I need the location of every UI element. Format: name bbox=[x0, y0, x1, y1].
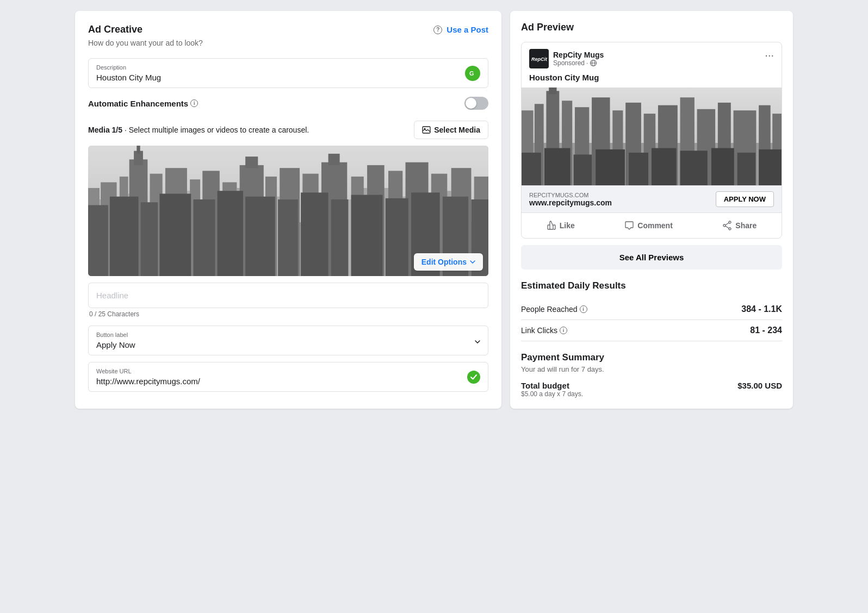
ad-link-domain: REPCITYMUGS.COM bbox=[529, 192, 612, 198]
website-url-group[interactable]: Website URL http://www.repcitymugs.com/ bbox=[88, 362, 488, 392]
panel-title: Ad Creative bbox=[88, 24, 142, 35]
button-label-value: Apply Now bbox=[96, 340, 480, 349]
enhancements-info-icon[interactable]: i bbox=[190, 99, 198, 107]
link-clicks-row: Link Clicks i 81 - 234 bbox=[521, 320, 782, 341]
headline-input[interactable]: Headline bbox=[88, 283, 488, 308]
link-clicks-info-icon[interactable]: i bbox=[560, 327, 567, 334]
svg-rect-101 bbox=[759, 149, 782, 185]
people-reached-label: People Reached i bbox=[521, 305, 587, 314]
media-row: Media 1/5 · Select multiple images or vi… bbox=[88, 121, 488, 139]
ad-preview-card: RepCity RepCity Mugs Sponsored · bbox=[521, 42, 782, 239]
ad-link-bar: REPCITYMUGS.COM www.repcitymugs.com APPL… bbox=[522, 185, 782, 212]
share-button[interactable]: Share bbox=[714, 217, 765, 234]
people-reached-value: 384 - 1.1K bbox=[741, 304, 782, 314]
estimated-results-title: Estimated Daily Results bbox=[521, 280, 782, 291]
panel-subtitle: How do you want your ad to look? bbox=[88, 39, 488, 47]
svg-rect-99 bbox=[711, 148, 734, 185]
image-icon bbox=[422, 126, 431, 134]
payment-summary-section: Payment Summary Your ad will run for 7 d… bbox=[521, 352, 782, 398]
enhancements-row: Automatic Enhancements i bbox=[88, 97, 488, 110]
svg-rect-96 bbox=[629, 153, 648, 185]
description-label: Description bbox=[96, 64, 480, 71]
budget-detail: $5.00 a day x 7 days. bbox=[521, 390, 583, 398]
svg-point-104 bbox=[723, 224, 726, 227]
use-post-link[interactable]: Use a Post bbox=[447, 25, 488, 34]
description-value: Houston City Mug bbox=[96, 73, 480, 82]
total-budget-label: Total budget bbox=[521, 381, 583, 390]
comment-button[interactable]: Comment bbox=[616, 217, 681, 234]
svg-rect-98 bbox=[680, 151, 708, 185]
ad-actions: Like Comment Share bbox=[522, 212, 782, 238]
enhancements-label: Automatic Enhancements i bbox=[88, 99, 198, 108]
svg-line-106 bbox=[726, 226, 729, 228]
ad-post-text: Houston City Mug bbox=[522, 73, 782, 87]
globe-icon bbox=[590, 59, 597, 67]
ad-preview-title: Ad Preview bbox=[521, 22, 782, 33]
select-media-button[interactable]: Select Media bbox=[414, 121, 488, 139]
chevron-down-icon bbox=[470, 260, 475, 264]
thumbs-up-icon bbox=[547, 221, 556, 230]
svg-rect-95 bbox=[596, 149, 625, 185]
svg-point-103 bbox=[729, 228, 731, 230]
total-budget-value: $35.00 USD bbox=[737, 381, 782, 390]
svg-rect-100 bbox=[737, 153, 755, 185]
people-reached-row: People Reached i 384 - 1.1K bbox=[521, 299, 782, 320]
panel-header: Ad Creative ? Use a Post bbox=[88, 24, 488, 35]
brand-info: RepCity Mugs Sponsored · bbox=[553, 51, 604, 67]
payment-title: Payment Summary bbox=[521, 352, 782, 363]
brand-logo: RepCity bbox=[529, 49, 549, 68]
ad-link-url: www.repcitymugs.com bbox=[529, 198, 612, 207]
ad-preview-header: RepCity RepCity Mugs Sponsored · bbox=[522, 42, 782, 73]
svg-rect-92 bbox=[522, 153, 541, 185]
people-reached-info-icon[interactable]: i bbox=[580, 305, 587, 313]
svg-rect-94 bbox=[574, 154, 592, 185]
svg-text:G: G bbox=[469, 70, 474, 77]
more-options-icon[interactable]: ··· bbox=[765, 49, 774, 61]
apply-now-button[interactable]: APPLY NOW bbox=[716, 191, 774, 207]
help-icon[interactable]: ? bbox=[433, 26, 442, 34]
toggle-thumb bbox=[466, 98, 476, 109]
enhancements-toggle[interactable] bbox=[464, 97, 488, 110]
url-value: http://www.repcitymugs.com/ bbox=[96, 377, 480, 386]
headline-placeholder: Headline bbox=[96, 291, 128, 300]
ad-link-info: REPCITYMUGS.COM www.repcitymugs.com bbox=[529, 192, 612, 207]
media-label: Media 1/5 · Select multiple images or vi… bbox=[88, 126, 309, 134]
payment-subtitle: Your ad will run for 7 days. bbox=[521, 365, 782, 373]
ad-preview-panel: Ad Preview RepCity RepCity Mugs Sponsore… bbox=[510, 11, 793, 409]
share-icon bbox=[722, 221, 732, 230]
url-check-icon bbox=[467, 371, 480, 384]
svg-rect-97 bbox=[652, 148, 676, 185]
like-button[interactable]: Like bbox=[538, 217, 584, 234]
description-input-group[interactable]: Description Houston City Mug G bbox=[88, 58, 488, 88]
see-all-previews-button[interactable]: See All Previews bbox=[521, 245, 782, 270]
estimated-results-section: Estimated Daily Results People Reached i… bbox=[521, 280, 782, 341]
ad-creative-panel: Ad Creative ? Use a Post How do you want… bbox=[75, 11, 501, 409]
ad-brand: RepCity RepCity Mugs Sponsored · bbox=[529, 49, 604, 68]
brand-name: RepCity Mugs bbox=[553, 51, 604, 59]
svg-line-105 bbox=[726, 223, 729, 225]
media-image-container: Edit Options bbox=[88, 146, 488, 276]
svg-rect-76 bbox=[549, 87, 556, 94]
url-label: Website URL bbox=[96, 368, 480, 374]
total-budget-label-group: Total budget $5.00 a day x 7 days. bbox=[521, 381, 583, 398]
svg-rect-93 bbox=[544, 148, 571, 185]
edit-options-button[interactable]: Edit Options bbox=[414, 253, 483, 271]
button-label-label: Button label bbox=[96, 331, 480, 338]
total-budget-row: Total budget $5.00 a day x 7 days. $35.0… bbox=[521, 381, 782, 398]
ad-city-image bbox=[522, 87, 782, 185]
dropdown-arrow-icon bbox=[475, 336, 480, 345]
brand-sponsored: Sponsored · bbox=[553, 59, 604, 67]
link-clicks-value: 81 - 234 bbox=[750, 326, 782, 335]
svg-text:RepCity: RepCity bbox=[531, 57, 547, 62]
svg-point-102 bbox=[729, 221, 731, 223]
char-count: 0 / 25 Characters bbox=[88, 310, 488, 318]
button-label-dropdown[interactable]: Button label Apply Now bbox=[88, 326, 488, 355]
comment-icon bbox=[624, 221, 634, 230]
grammarly-icon: G bbox=[465, 66, 480, 81]
link-clicks-label: Link Clicks i bbox=[521, 326, 567, 335]
